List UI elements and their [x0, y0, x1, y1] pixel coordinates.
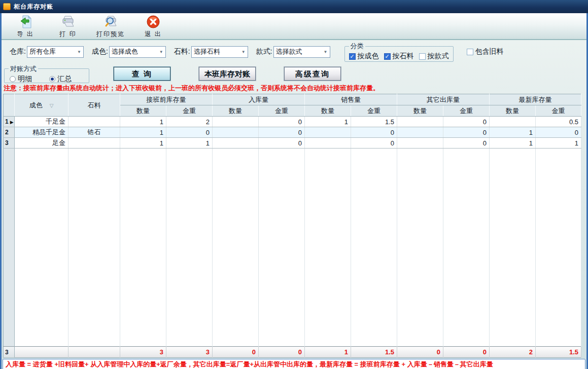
radio-summary-label: 汇总: [57, 75, 72, 84]
purity-dropdown[interactable]: 选择成色 ▼: [109, 46, 166, 58]
column-header-purity[interactable]: 成色▽: [15, 94, 68, 117]
column-group-header[interactable]: 最新库存量: [490, 94, 581, 105]
table-row[interactable]: 3足金1100011: [4, 138, 581, 149]
column-subheader[interactable]: 金重: [259, 105, 305, 117]
export-button[interactable]: 导 出: [11, 14, 40, 39]
window-title: 柜台库存对账: [14, 3, 53, 11]
column-subheader[interactable]: 数量: [397, 105, 443, 117]
column-header-stone[interactable]: 石料: [68, 94, 120, 117]
cell-value[interactable]: [305, 127, 351, 138]
cell-stone[interactable]: 锆石: [68, 127, 120, 138]
column-group-header[interactable]: 入库量: [213, 94, 305, 105]
cell-value[interactable]: 1: [166, 138, 213, 149]
column-subheader[interactable]: 金重: [536, 105, 581, 117]
radio-summary[interactable]: 汇总: [49, 75, 72, 84]
column-subheader[interactable]: 金重: [443, 105, 490, 117]
cell-value[interactable]: 1.5: [351, 117, 397, 127]
cell-value[interactable]: 1: [120, 117, 166, 127]
cell-value[interactable]: 1: [536, 138, 581, 149]
checkbox-icon: [467, 49, 473, 55]
cell-value[interactable]: 1: [120, 138, 166, 149]
cell-value[interactable]: 0: [166, 127, 213, 138]
warehouse-dropdown[interactable]: 所有仓库 ▼: [27, 46, 84, 58]
cell-value[interactable]: 0: [259, 138, 305, 149]
cell-stone[interactable]: [68, 117, 120, 127]
filler-cell: [213, 149, 259, 347]
cell-value[interactable]: 0.5: [536, 117, 581, 127]
filler-cell: [536, 149, 581, 347]
column-group-header[interactable]: 接班前库存量: [120, 94, 213, 105]
radio-icon: [10, 76, 16, 82]
stone-dropdown[interactable]: 选择石料 ▼: [191, 46, 248, 58]
cell-value[interactable]: [490, 117, 536, 127]
cell-value[interactable]: 1: [490, 127, 536, 138]
cell-value[interactable]: 1: [120, 127, 166, 138]
cell-purity[interactable]: 精品千足金: [15, 127, 68, 138]
cell-value[interactable]: [397, 117, 443, 127]
cell-value[interactable]: 0: [259, 127, 305, 138]
checkbox-by-stone[interactable]: 按石料: [384, 52, 414, 61]
filler-cell: [397, 149, 443, 347]
print-button[interactable]: 打 印: [53, 14, 83, 39]
current-row-marker-icon: ▶: [10, 120, 14, 125]
table-row[interactable]: 1▶千足金12011.500.5: [4, 117, 581, 127]
summary-value: 0: [259, 347, 305, 358]
column-subheader[interactable]: 金重: [166, 105, 213, 117]
filler-cell: [351, 149, 397, 347]
query-button[interactable]: 查 询: [114, 67, 170, 81]
filler-cell: [305, 149, 351, 347]
purity-label: 成色:: [92, 47, 108, 56]
shift-inventory-recon-button[interactable]: 本班库存对账: [199, 67, 256, 81]
sort-desc-icon: ▽: [50, 103, 54, 108]
inventory-grid-container: 成色▽石料接班前库存量入库量销售量其它出库量最新库存量数量金重数量金重数量金重数…: [2, 94, 586, 358]
checkbox-icon: [349, 53, 356, 60]
cell-value[interactable]: [213, 117, 259, 127]
cell-value[interactable]: 0: [443, 117, 490, 127]
checkbox-by-purity-label: 按成色: [358, 52, 379, 61]
column-subheader[interactable]: 数量: [120, 105, 166, 117]
cell-value[interactable]: 0: [351, 127, 397, 138]
exit-label: 退 出: [145, 30, 161, 39]
summary-value: 1.5: [536, 347, 581, 358]
cell-value[interactable]: [213, 127, 259, 138]
print-preview-button[interactable]: 打印预览: [96, 14, 125, 39]
checkbox-by-style[interactable]: 按款式: [419, 52, 449, 61]
column-subheader[interactable]: 数量: [213, 105, 259, 117]
cell-value[interactable]: 0: [443, 127, 490, 138]
cell-value[interactable]: [397, 127, 443, 138]
cell-value[interactable]: 0: [259, 117, 305, 127]
style-value: 选择款式: [274, 47, 322, 56]
cell-value[interactable]: 0: [351, 138, 397, 149]
cell-purity[interactable]: 千足金: [15, 117, 68, 127]
table-row[interactable]: 2精品千足金锆石1000010: [4, 127, 581, 138]
cell-value[interactable]: 1: [305, 117, 351, 127]
checkbox-include-old-material[interactable]: 包含旧料: [467, 47, 504, 56]
checkbox-by-purity[interactable]: 按成色: [349, 52, 379, 61]
cell-value[interactable]: 0: [536, 127, 581, 138]
toolbar: 导 出 打 印: [2, 13, 586, 40]
column-group-header[interactable]: 销售量: [305, 94, 397, 105]
advanced-query-button[interactable]: 高级查询: [284, 67, 341, 81]
radio-detail[interactable]: 明细: [10, 75, 32, 84]
summary-value: 3: [120, 347, 166, 358]
inventory-grid: 成色▽石料接班前库存量入库量销售量其它出库量最新库存量数量金重数量金重数量金重数…: [3, 94, 581, 358]
column-subheader[interactable]: 数量: [305, 105, 351, 117]
style-dropdown[interactable]: 选择款式 ▼: [273, 46, 330, 58]
row-number-cell: 2: [4, 127, 15, 138]
cell-value[interactable]: [305, 138, 351, 149]
column-group-header[interactable]: 其它出库量: [397, 94, 490, 105]
cell-value[interactable]: 0: [443, 138, 490, 149]
cell-stone[interactable]: [68, 138, 120, 149]
column-subheader[interactable]: 金重: [351, 105, 397, 117]
cell-value[interactable]: 2: [166, 117, 213, 127]
export-label: 导 出: [17, 30, 33, 39]
cell-purity[interactable]: 足金: [15, 138, 68, 149]
cell-value[interactable]: [397, 138, 443, 149]
chevron-down-icon: ▼: [322, 50, 330, 54]
column-subheader[interactable]: 数量: [490, 105, 536, 117]
grid-empty-area: [4, 149, 581, 347]
cell-value[interactable]: 1: [490, 138, 536, 149]
cell-value[interactable]: [213, 138, 259, 149]
summary-purity: [15, 347, 68, 358]
exit-button[interactable]: 退 出: [139, 14, 168, 39]
